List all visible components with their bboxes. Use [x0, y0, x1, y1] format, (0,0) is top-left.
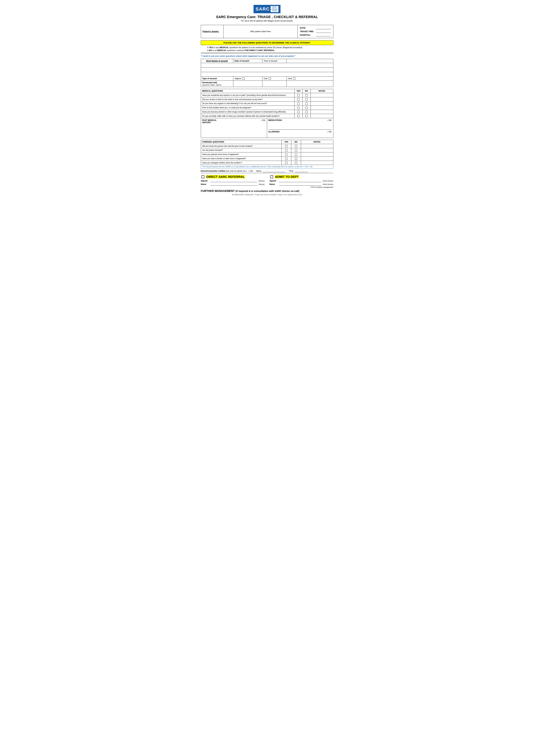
med-q6-yes[interactable]	[297, 115, 300, 117]
med-q2-no[interactable]	[306, 98, 307, 100]
doctor-yes-checkbox[interactable]: □ Yes	[248, 170, 253, 172]
further-bold-text: FURTHER MANAGEMENT	[201, 189, 235, 193]
forensic-q3-no[interactable]	[295, 153, 297, 156]
admit-dept-block: ADMIT TO DEPT Signed: (Duty Doctor) Name…	[270, 175, 333, 188]
med-q2-yes[interactable]	[297, 98, 300, 100]
med-q3-no[interactable]	[306, 102, 307, 105]
allergies-label: ALLERGIES:	[268, 131, 280, 133]
sarc-info-line: The Sexual Assault Service (SARC) is a s…	[201, 165, 333, 169]
patient-right-cell: DATE: TRIAGE TIME: HOSPITAL:	[298, 25, 333, 38]
forensic-q4-yes[interactable]	[285, 158, 287, 160]
further-management-line: FURTHER MANAGEMENT (if required & in con…	[201, 189, 333, 193]
admit-signed-row: Signed: (Duty Doctor)	[270, 179, 333, 182]
forensic-q2-notes[interactable]	[301, 148, 333, 152]
med-q4-no[interactable]	[306, 107, 307, 109]
forensic-q4-notes[interactable]	[301, 156, 333, 161]
direct-name-row: Name: (Nurse)	[201, 183, 265, 186]
forensic-q5-notes[interactable]	[301, 161, 333, 165]
anal-checkbox[interactable]	[293, 77, 295, 80]
med-q5-notes[interactable]	[310, 110, 333, 114]
med-q4-text: Prior to this incident were you, or coul…	[201, 106, 294, 110]
med-q1-notes[interactable]	[310, 93, 333, 97]
med-q2-row: Did you receive a blow to the head or lo…	[201, 97, 333, 101]
direct-referral-checkbox[interactable]	[201, 176, 204, 178]
patient-section: Patient's details: Affix patient label h…	[201, 25, 333, 38]
allergies-nil: □ NIL	[327, 131, 332, 133]
forensic-q3-yes[interactable]	[285, 153, 287, 156]
forensic-q1-notes[interactable]	[301, 144, 333, 148]
vaginal-cell: Vaginal	[233, 76, 262, 81]
med-q5-yes[interactable]	[297, 111, 300, 113]
hospital-row: HOSPITAL:	[300, 34, 331, 36]
penetrated-oral[interactable]	[262, 81, 286, 87]
admit-name-label: Name:	[270, 183, 279, 185]
medications-allergies-cell: MEDICATIONS: □ NIL ALLERGIES: □ NIL	[267, 118, 333, 138]
forensic-q3-notes[interactable]	[301, 152, 333, 156]
forensic-questions-table: FORENSIC QUESTIONS YES NO NOTES Did you …	[201, 140, 333, 165]
admit-dept-checkbox[interactable]	[270, 176, 273, 178]
date-label: DATE:	[300, 27, 316, 29]
med-q1-no[interactable]	[306, 94, 307, 96]
forensic-q1-no[interactable]	[295, 145, 297, 147]
forensic-q5-yes[interactable]	[285, 162, 287, 164]
med-q6-text: Do you currently suffer with or have you…	[201, 114, 294, 118]
medications-content[interactable]	[268, 122, 332, 126]
hospital-label: HOSPITAL:	[300, 34, 316, 36]
pto-text: PTO for further management	[270, 186, 333, 188]
med-q5-no[interactable]	[306, 111, 307, 113]
allergies-content[interactable]	[268, 133, 332, 137]
footer-text: W:KEMH/SARC Medical/EC Triage and Doctor…	[201, 194, 333, 196]
affix-label: Affix patient label here	[250, 30, 271, 33]
past-medical-content[interactable]	[202, 124, 266, 130]
med-q6-notes[interactable]	[310, 114, 333, 118]
penetrated-anal[interactable]	[286, 81, 333, 87]
forensic-q2-no[interactable]	[295, 149, 297, 151]
med-q1-yes[interactable]	[297, 94, 300, 96]
med-q4-yes[interactable]	[297, 107, 300, 109]
triage-line[interactable]	[316, 30, 331, 33]
assault-detail-row3[interactable]	[201, 72, 333, 76]
main-title: SARC Emergency Care: TRIAGE , CHECKLIST …	[201, 15, 333, 19]
forensic-q4-no[interactable]	[295, 158, 297, 160]
doctor-name-line[interactable]	[263, 170, 285, 172]
assault-detail-row2[interactable]	[201, 68, 333, 72]
medications-nil: □ NIL	[327, 119, 332, 122]
admit-name-row: Name: (Duty Doctor)	[270, 183, 333, 186]
oral-checkbox[interactable]	[269, 77, 271, 80]
med-q6-no[interactable]	[306, 115, 307, 117]
logo-section: SARC SEXUAL ASSAULT RESOURCE CENTRE	[201, 5, 333, 13]
oral-cell: Oral	[262, 76, 286, 81]
forensic-q2-row: Are the police involved?	[201, 148, 333, 152]
forensic-q2-text: Are the police involved?	[201, 148, 281, 152]
forensic-no-header: NO	[291, 140, 301, 144]
admit-signed-line[interactable]	[279, 179, 322, 182]
logo-line3: RESOURCE	[271, 9, 278, 10]
allergies-bottom: ALLERGIES: □ NIL	[268, 130, 332, 137]
doctor-time-line[interactable]	[295, 170, 308, 172]
assault-detail-row1[interactable]	[201, 63, 333, 68]
med-q2-notes[interactable]	[310, 97, 333, 101]
direct-signed-line[interactable]	[210, 179, 257, 182]
med-q3-notes[interactable]	[310, 101, 333, 106]
med-q2-text: Did you receive a blow to the head or lo…	[201, 97, 294, 101]
forensic-q1-yes[interactable]	[285, 145, 287, 147]
forensic-q4-text: Have you had a shower or bath since it h…	[201, 156, 281, 161]
forensic-q2-yes[interactable]	[285, 149, 287, 151]
logo-box: SARC SEXUAL ASSAULT RESOURCE CENTRE	[254, 5, 280, 13]
med-q4-notes[interactable]	[310, 106, 333, 110]
hospital-line[interactable]	[316, 34, 331, 36]
past-medical-nil: □ NIL	[261, 119, 265, 122]
bottom-section: DIRECT SARC REFERRAL Signed: (Nurse) Nam…	[201, 175, 333, 188]
assault-time-value-cell[interactable]	[286, 59, 333, 63]
admit-name-line[interactable]	[279, 183, 322, 186]
patient-details-label: Patient's details:	[202, 30, 219, 33]
med-q3-yes[interactable]	[297, 102, 300, 105]
date-line[interactable]	[316, 27, 331, 29]
penetrated-vaginal[interactable]	[233, 81, 262, 87]
direct-name-line[interactable]	[210, 183, 257, 186]
med-no-header: NO	[303, 89, 310, 93]
vaginal-checkbox[interactable]	[242, 77, 245, 80]
penetrated-label: Penetrated with (eg penis, finger, objec…	[201, 81, 233, 87]
forensic-q5-no[interactable]	[295, 162, 297, 164]
doctor-time-label: Time:	[289, 170, 294, 172]
